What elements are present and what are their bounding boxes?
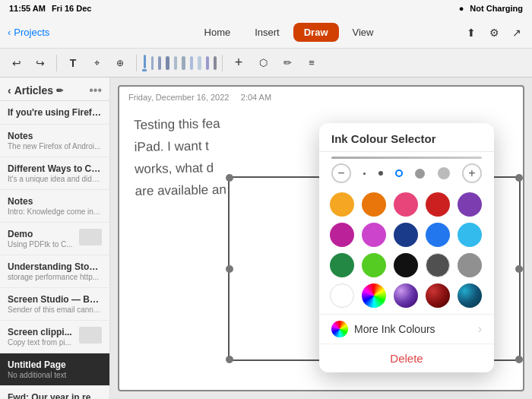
more-colors-button[interactable]: More Ink Colours ›: [319, 314, 494, 344]
list-item-8[interactable]: Untitled Page No additional text: [0, 353, 109, 386]
color-wheel-icon: [331, 321, 348, 337]
day: Fri 16 Dec: [52, 4, 92, 13]
back-chevron-icon: ‹: [8, 27, 11, 38]
back-button[interactable]: ‹ Projects: [8, 27, 49, 38]
tab-view[interactable]: View: [342, 23, 385, 42]
text-tool-button[interactable]: T: [62, 52, 84, 74]
color-swatch-lime[interactable]: [362, 253, 386, 277]
color-grid: [319, 189, 494, 314]
color-swatch-dark-gray[interactable]: [426, 253, 450, 277]
shape-tool-button[interactable]: ⬡: [252, 52, 274, 74]
item-thumbnail-2: [79, 327, 102, 344]
color-swatch-navy[interactable]: [394, 223, 418, 247]
list-item-9[interactable]: Fwd: Our year in revi... ---------- Forw…: [0, 386, 109, 399]
main-layout: ‹ Articles ✏ ••• If you're using Firefox…: [0, 78, 532, 399]
size-row: − +: [319, 159, 494, 189]
settings-icon[interactable]: ⚙: [486, 22, 502, 43]
color-swatch-cyan[interactable]: [458, 223, 482, 247]
status-left: 11:55 AM Fri 16 Dec: [9, 4, 91, 13]
list-item-6[interactable]: Screen Studio — Be... Sender of this ema…: [0, 288, 109, 321]
pen-tool-1[interactable]: [142, 55, 147, 71]
nav-right: ⬆ ⚙ ↗: [464, 22, 524, 43]
share-icon[interactable]: ⬆: [464, 22, 479, 43]
nav-left: ‹ Projects: [8, 27, 114, 38]
back-label: Projects: [14, 27, 49, 38]
color-swatch-green[interactable]: [330, 253, 354, 277]
time: 11:55 AM: [9, 4, 46, 13]
color-swatch-blue[interactable]: [426, 223, 450, 247]
color-swatch-black[interactable]: [394, 253, 418, 277]
undo-button[interactable]: ↩: [6, 52, 27, 74]
status-right: ● Not Charging: [459, 4, 523, 13]
color-swatch-rainbow[interactable]: [362, 283, 386, 308]
delete-button[interactable]: Delete: [319, 344, 494, 372]
pen-tool-10[interactable]: [214, 56, 217, 70]
size-dot-3[interactable]: [395, 169, 403, 177]
size-dot-1[interactable]: [363, 173, 366, 175]
list-item-7[interactable]: Screen clippi... Copy text from pi...: [0, 321, 109, 353]
pen-tool-5[interactable]: [174, 56, 177, 70]
toolbar-separator-3: [222, 55, 223, 71]
pen-tool-7[interactable]: [190, 56, 193, 70]
toolbar-separator-2: [136, 55, 137, 71]
chevron-right-icon: ›: [478, 322, 482, 336]
toolbar: ↩ ↪ T ⌖ ⊕: [0, 49, 532, 78]
transform-tool-button[interactable]: ⊕: [109, 52, 131, 74]
status-bar: 11:55 AM Fri 16 Dec ● Not Charging: [0, 0, 532, 17]
nav-center: Home Insert Draw View: [114, 23, 464, 42]
color-swatch-teal-galaxy[interactable]: [458, 283, 482, 308]
pen-tool-2[interactable]: [151, 56, 154, 70]
color-swatch-gray[interactable]: [458, 253, 482, 277]
back-sidebar-icon[interactable]: ‹: [8, 84, 11, 97]
list-item-5[interactable]: Understanding Stora... storage performan…: [0, 255, 109, 288]
pen-tool-9[interactable]: [206, 56, 209, 70]
color-swatch-orange[interactable]: [362, 192, 386, 217]
size-dot-2[interactable]: [378, 171, 383, 176]
content-area: Friday, December 16, 2022 2:04 AM Testin…: [110, 78, 532, 399]
more-label: More Ink Colours: [331, 321, 435, 337]
list-item-4[interactable]: Demo Using PDFtk to C...: [0, 223, 109, 255]
list-item-1[interactable]: Notes The new Firefox of Androi...: [0, 125, 109, 157]
pen-tool-8[interactable]: [198, 56, 201, 70]
toolbar-tools: T ⌖ ⊕: [62, 52, 131, 74]
wifi-icon: ●: [459, 4, 464, 13]
redo-button[interactable]: ↪: [30, 52, 51, 74]
color-swatch-glitter-red[interactable]: [426, 283, 450, 308]
add-button[interactable]: +: [228, 52, 249, 74]
pen-tool-6[interactable]: [182, 56, 185, 70]
size-increase-button[interactable]: +: [462, 163, 482, 183]
lasso-tool-button[interactable]: ⌖: [86, 52, 107, 74]
size-dot-5[interactable]: [438, 167, 450, 179]
color-swatch-white[interactable]: [330, 283, 354, 308]
pen-tool-3[interactable]: [158, 56, 161, 70]
color-swatch-yellow[interactable]: [330, 192, 354, 217]
tab-home[interactable]: Home: [194, 23, 242, 42]
color-swatch-magenta[interactable]: [330, 223, 354, 247]
pen-tool-4[interactable]: [166, 56, 169, 70]
sidebar: ‹ Articles ✏ ••• If you're using Firefox…: [0, 78, 110, 399]
color-swatch-red[interactable]: [426, 192, 450, 217]
battery-status: Not Charging: [470, 4, 523, 13]
size-dot-4[interactable]: [415, 169, 425, 179]
color-swatch-glitter-purple[interactable]: [394, 283, 418, 308]
tab-draw[interactable]: Draw: [293, 23, 339, 42]
item-thumbnail: [79, 229, 102, 245]
color-swatch-purple[interactable]: [458, 192, 482, 217]
handwriting-text: Testing this fea iPad. I want t works, w…: [134, 113, 226, 203]
tab-insert[interactable]: Insert: [244, 23, 290, 42]
color-swatch-pink[interactable]: [394, 192, 418, 217]
ink-popup-title: Ink Colour Selector: [319, 123, 494, 152]
color-swatch-violet[interactable]: [362, 223, 386, 247]
toolbar-history: ↩ ↪: [6, 52, 51, 74]
list-item-2[interactable]: Different Ways to Capt... It's a unique …: [0, 157, 109, 190]
more-button[interactable]: ≡: [301, 52, 322, 74]
toolbar-pens: [142, 55, 217, 71]
list-item-3[interactable]: Notes Intro: Knowledge come in...: [0, 190, 109, 223]
toolbar-separator-1: [56, 55, 57, 71]
export-icon[interactable]: ↗: [509, 22, 524, 43]
sidebar-title: ‹ Articles ✏: [8, 84, 63, 97]
size-decrease-button[interactable]: −: [331, 163, 351, 183]
sidebar-more-icon[interactable]: •••: [89, 84, 102, 97]
list-item-0[interactable]: If you're using Firefox for And...: [0, 101, 109, 125]
markup-button[interactable]: ✏: [277, 52, 298, 74]
